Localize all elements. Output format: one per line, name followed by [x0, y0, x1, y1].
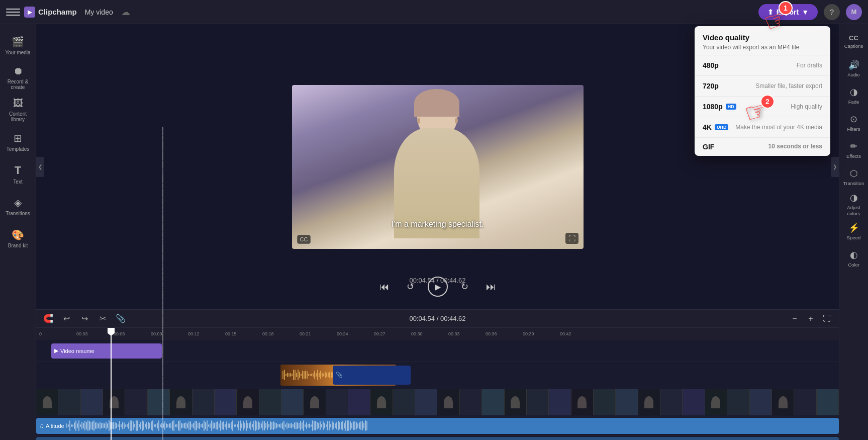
export-icon: ⬆: [767, 8, 774, 16]
export-dropdown-header: Video quality Your video will export as …: [695, 26, 830, 55]
right-item-adjust-colors[interactable]: ◑ Adjustcolors: [841, 191, 867, 217]
right-item-label: Transition: [843, 181, 864, 186]
right-item-color[interactable]: ◐ Color: [841, 245, 867, 272]
right-item-filters[interactable]: ⊙ Filters: [841, 110, 867, 136]
sidebar-item-label: Templates: [7, 146, 30, 152]
sidebar-item-record-create[interactable]: ⏺ Record &create: [3, 62, 33, 93]
export-button[interactable]: ⬆ Export ▼: [758, 4, 818, 20]
ruler-mark-6: 00:06: [114, 331, 125, 336]
sidebar-item-content-library[interactable]: 🖼 Contentlibrary: [3, 95, 33, 125]
speed-icon: ⚡: [848, 222, 859, 233]
right-item-label: Fade: [848, 99, 859, 105]
filmstrip-frame: [81, 389, 103, 415]
expand-timeline-button[interactable]: ⛶: [820, 312, 834, 326]
fade-icon: ◑: [850, 86, 858, 98]
clip-audio-video[interactable]: ♫ 13/09/2024, 12:58:48 · Audio · My vide…: [36, 437, 839, 441]
your-media-icon: 🎬: [12, 36, 24, 48]
sidebar-item-label: Transitions: [6, 211, 30, 216]
filters-icon: ⊙: [850, 114, 857, 125]
topbar-right: ⬆ Export ▼ ? M: [758, 4, 862, 20]
filmstrip-frame: [683, 389, 705, 415]
zoom-out-button[interactable]: −: [788, 312, 802, 326]
audio-label: Altitude: [46, 423, 64, 429]
sidebar-item-label: Text: [13, 179, 22, 185]
captions-icon: CC: [849, 34, 858, 42]
export-option-desc-480p: For drafts: [797, 62, 822, 69]
logo-icon: ▶: [24, 7, 35, 18]
filmstrip-frame: [817, 389, 839, 415]
timeline-attach-button[interactable]: 📎: [114, 312, 128, 326]
uhd-badge: UHD: [715, 124, 729, 130]
filmstrip-frame: [103, 389, 125, 415]
right-item-captions[interactable]: CC Captions: [841, 28, 867, 54]
templates-icon: ⊞: [14, 132, 22, 144]
right-item-label: Captions: [844, 43, 863, 49]
export-option-4k[interactable]: 4K UHD Make the most of your 4K media: [695, 117, 830, 138]
export-option-name-480p: 480p: [703, 61, 719, 69]
sidebar-item-brand-kit[interactable]: 🎨 Brand kit: [3, 223, 33, 253]
audio-note-icon: ♫: [39, 422, 44, 429]
zoom-in-button[interactable]: +: [804, 312, 818, 326]
filmstrip-frame: [727, 389, 749, 415]
right-item-label: Filters: [847, 126, 860, 132]
audio-icon: 🔊: [848, 59, 859, 70]
ruler-mark-0: 0: [39, 331, 42, 336]
ruler-mark-3: 00:03: [76, 331, 88, 336]
right-item-label: Adjustcolors: [847, 205, 860, 216]
menu-button[interactable]: [6, 5, 20, 19]
video-title[interactable]: My video: [85, 8, 113, 16]
left-sidebar: 🎬 Your media ⏺ Record &create 🖼 Contentl…: [0, 24, 36, 440]
gif-label: GIF: [703, 143, 714, 151]
sidebar-item-label: Record &create: [8, 79, 29, 90]
filmstrip-frame: [58, 389, 80, 415]
content-library-icon: 🖼: [13, 98, 23, 109]
right-item-speed[interactable]: ⚡ Speed: [841, 218, 867, 244]
timeline-magnet-button[interactable]: 🧲: [41, 312, 55, 326]
clip-video-resume[interactable]: ▶ Video resume: [51, 343, 162, 359]
playhead: [111, 328, 112, 440]
export-dropdown-subtitle: Your video will export as an MP4 file: [703, 44, 822, 51]
topbar: ▶ Clipchamp My video ☁ ⬆ Export ▼ ? M: [0, 0, 868, 24]
filmstrip-frame: [125, 389, 147, 415]
filmstrip-frame: [750, 389, 772, 415]
sidebar-item-label: Your media: [5, 50, 30, 55]
user-avatar[interactable]: M: [846, 4, 862, 20]
timeline-undo-button[interactable]: ↩: [59, 312, 73, 326]
right-item-label: Effects: [846, 153, 861, 159]
collapse-sidebar-button[interactable]: ❮: [36, 157, 44, 177]
right-item-fade[interactable]: ◑ Fade: [841, 82, 867, 109]
clip-icon: ▶: [54, 347, 58, 354]
timeline-content: 0 00:03 00:06 00:09 00:12 00:15 00:18 00…: [36, 328, 839, 440]
transition-icon: ⬡: [850, 168, 858, 179]
sidebar-item-templates[interactable]: ⊞ Templates: [3, 127, 33, 157]
export-option-1080p[interactable]: 1080p HD High quality: [695, 97, 830, 117]
right-item-transition[interactable]: ⬡ Transition: [841, 164, 867, 190]
effects-icon: ✏: [850, 141, 857, 152]
export-dropdown: Video quality Your video will export as …: [695, 26, 830, 156]
hd-badge: HD: [726, 104, 736, 110]
export-option-name-1080p: 1080p HD: [703, 103, 736, 111]
export-dropdown-arrow: ▼: [802, 8, 809, 16]
right-item-effects[interactable]: ✏ Effects: [841, 137, 867, 163]
text-icon: T: [15, 164, 21, 177]
transitions-icon: ◈: [14, 197, 22, 209]
export-option-name-4k: 4K UHD: [703, 123, 728, 131]
sidebar-item-your-media[interactable]: 🎬 Your media: [3, 30, 33, 60]
export-option-desc-1080p: High quality: [791, 103, 822, 110]
right-item-audio[interactable]: 🔊 Audio: [841, 55, 867, 81]
cloud-save-icon: ☁: [121, 7, 130, 18]
timeline-redo-button[interactable]: ↪: [77, 312, 91, 326]
right-item-label: Audio: [847, 72, 859, 77]
help-button[interactable]: ?: [824, 4, 840, 20]
app-name: Clipchamp: [38, 8, 77, 16]
sidebar-item-text[interactable]: T Text: [3, 159, 33, 189]
export-option-480p[interactable]: 480p For drafts: [695, 55, 830, 76]
color-icon: ◐: [850, 249, 858, 260]
timeline-cut-button[interactable]: ✂: [95, 312, 110, 326]
sidebar-item-transitions[interactable]: ◈ Transitions: [3, 191, 33, 221]
sidebar-item-label: Brand kit: [8, 243, 28, 248]
expand-right-panel-button[interactable]: ❯: [831, 157, 839, 177]
logo-area: ▶ Clipchamp: [24, 7, 77, 18]
export-option-gif[interactable]: GIF 10 seconds or less: [695, 138, 830, 156]
export-option-720p[interactable]: 720p Smaller file, faster export: [695, 76, 830, 97]
